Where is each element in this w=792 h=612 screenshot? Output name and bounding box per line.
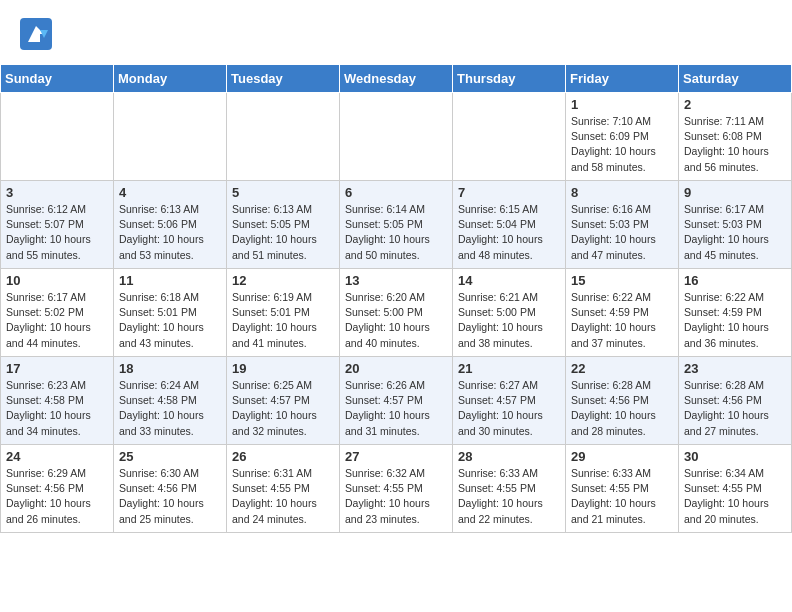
calendar-cell: 10Sunrise: 6:17 AM Sunset: 5:02 PM Dayli…: [1, 269, 114, 357]
day-info: Sunrise: 6:23 AM Sunset: 4:58 PM Dayligh…: [6, 378, 108, 439]
calendar-cell: 22Sunrise: 6:28 AM Sunset: 4:56 PM Dayli…: [566, 357, 679, 445]
day-number: 20: [345, 361, 447, 376]
calendar-week-row: 3Sunrise: 6:12 AM Sunset: 5:07 PM Daylig…: [1, 181, 792, 269]
calendar-cell: 23Sunrise: 6:28 AM Sunset: 4:56 PM Dayli…: [679, 357, 792, 445]
day-number: 5: [232, 185, 334, 200]
calendar-cell: 14Sunrise: 6:21 AM Sunset: 5:00 PM Dayli…: [453, 269, 566, 357]
day-number: 18: [119, 361, 221, 376]
day-number: 17: [6, 361, 108, 376]
day-info: Sunrise: 6:13 AM Sunset: 5:06 PM Dayligh…: [119, 202, 221, 263]
calendar-header-tuesday: Tuesday: [227, 65, 340, 93]
calendar-cell: 9Sunrise: 6:17 AM Sunset: 5:03 PM Daylig…: [679, 181, 792, 269]
calendar-cell: [1, 93, 114, 181]
calendar-cell: 6Sunrise: 6:14 AM Sunset: 5:05 PM Daylig…: [340, 181, 453, 269]
day-info: Sunrise: 6:18 AM Sunset: 5:01 PM Dayligh…: [119, 290, 221, 351]
day-info: Sunrise: 6:29 AM Sunset: 4:56 PM Dayligh…: [6, 466, 108, 527]
day-info: Sunrise: 6:26 AM Sunset: 4:57 PM Dayligh…: [345, 378, 447, 439]
day-number: 15: [571, 273, 673, 288]
day-info: Sunrise: 6:12 AM Sunset: 5:07 PM Dayligh…: [6, 202, 108, 263]
calendar-cell: 17Sunrise: 6:23 AM Sunset: 4:58 PM Dayli…: [1, 357, 114, 445]
calendar-cell: [453, 93, 566, 181]
calendar-header-monday: Monday: [114, 65, 227, 93]
day-number: 12: [232, 273, 334, 288]
calendar-table: SundayMondayTuesdayWednesdayThursdayFrid…: [0, 64, 792, 533]
day-info: Sunrise: 7:10 AM Sunset: 6:09 PM Dayligh…: [571, 114, 673, 175]
day-info: Sunrise: 6:24 AM Sunset: 4:58 PM Dayligh…: [119, 378, 221, 439]
calendar-cell: [340, 93, 453, 181]
calendar-cell: 5Sunrise: 6:13 AM Sunset: 5:05 PM Daylig…: [227, 181, 340, 269]
calendar-cell: 20Sunrise: 6:26 AM Sunset: 4:57 PM Dayli…: [340, 357, 453, 445]
calendar-cell: 19Sunrise: 6:25 AM Sunset: 4:57 PM Dayli…: [227, 357, 340, 445]
calendar-cell: 24Sunrise: 6:29 AM Sunset: 4:56 PM Dayli…: [1, 445, 114, 533]
day-number: 4: [119, 185, 221, 200]
calendar-cell: 28Sunrise: 6:33 AM Sunset: 4:55 PM Dayli…: [453, 445, 566, 533]
calendar-cell: [114, 93, 227, 181]
day-number: 7: [458, 185, 560, 200]
day-info: Sunrise: 6:16 AM Sunset: 5:03 PM Dayligh…: [571, 202, 673, 263]
calendar-cell: 29Sunrise: 6:33 AM Sunset: 4:55 PM Dayli…: [566, 445, 679, 533]
logo-icon: [20, 18, 52, 50]
calendar-cell: 13Sunrise: 6:20 AM Sunset: 5:00 PM Dayli…: [340, 269, 453, 357]
calendar-header-thursday: Thursday: [453, 65, 566, 93]
calendar-week-row: 1Sunrise: 7:10 AM Sunset: 6:09 PM Daylig…: [1, 93, 792, 181]
day-number: 27: [345, 449, 447, 464]
day-number: 8: [571, 185, 673, 200]
day-info: Sunrise: 6:22 AM Sunset: 4:59 PM Dayligh…: [684, 290, 786, 351]
day-number: 19: [232, 361, 334, 376]
logo: [20, 18, 58, 54]
day-info: Sunrise: 6:31 AM Sunset: 4:55 PM Dayligh…: [232, 466, 334, 527]
day-info: Sunrise: 6:17 AM Sunset: 5:03 PM Dayligh…: [684, 202, 786, 263]
calendar-week-row: 17Sunrise: 6:23 AM Sunset: 4:58 PM Dayli…: [1, 357, 792, 445]
calendar-cell: 4Sunrise: 6:13 AM Sunset: 5:06 PM Daylig…: [114, 181, 227, 269]
day-number: 9: [684, 185, 786, 200]
day-info: Sunrise: 6:21 AM Sunset: 5:00 PM Dayligh…: [458, 290, 560, 351]
day-number: 1: [571, 97, 673, 112]
page-header: [0, 0, 792, 64]
calendar-cell: [227, 93, 340, 181]
calendar-header-sunday: Sunday: [1, 65, 114, 93]
day-info: Sunrise: 6:28 AM Sunset: 4:56 PM Dayligh…: [571, 378, 673, 439]
day-info: Sunrise: 6:13 AM Sunset: 5:05 PM Dayligh…: [232, 202, 334, 263]
day-number: 29: [571, 449, 673, 464]
calendar-cell: 11Sunrise: 6:18 AM Sunset: 5:01 PM Dayli…: [114, 269, 227, 357]
calendar-week-row: 24Sunrise: 6:29 AM Sunset: 4:56 PM Dayli…: [1, 445, 792, 533]
day-number: 6: [345, 185, 447, 200]
day-info: Sunrise: 6:27 AM Sunset: 4:57 PM Dayligh…: [458, 378, 560, 439]
day-number: 14: [458, 273, 560, 288]
calendar-cell: 1Sunrise: 7:10 AM Sunset: 6:09 PM Daylig…: [566, 93, 679, 181]
day-info: Sunrise: 6:14 AM Sunset: 5:05 PM Dayligh…: [345, 202, 447, 263]
day-info: Sunrise: 6:25 AM Sunset: 4:57 PM Dayligh…: [232, 378, 334, 439]
calendar-cell: 21Sunrise: 6:27 AM Sunset: 4:57 PM Dayli…: [453, 357, 566, 445]
calendar-week-row: 10Sunrise: 6:17 AM Sunset: 5:02 PM Dayli…: [1, 269, 792, 357]
day-info: Sunrise: 6:33 AM Sunset: 4:55 PM Dayligh…: [458, 466, 560, 527]
calendar-cell: 30Sunrise: 6:34 AM Sunset: 4:55 PM Dayli…: [679, 445, 792, 533]
day-info: Sunrise: 6:30 AM Sunset: 4:56 PM Dayligh…: [119, 466, 221, 527]
calendar-cell: 3Sunrise: 6:12 AM Sunset: 5:07 PM Daylig…: [1, 181, 114, 269]
day-info: Sunrise: 7:11 AM Sunset: 6:08 PM Dayligh…: [684, 114, 786, 175]
day-number: 3: [6, 185, 108, 200]
calendar-cell: 15Sunrise: 6:22 AM Sunset: 4:59 PM Dayli…: [566, 269, 679, 357]
calendar-cell: 12Sunrise: 6:19 AM Sunset: 5:01 PM Dayli…: [227, 269, 340, 357]
day-info: Sunrise: 6:22 AM Sunset: 4:59 PM Dayligh…: [571, 290, 673, 351]
calendar-cell: 16Sunrise: 6:22 AM Sunset: 4:59 PM Dayli…: [679, 269, 792, 357]
day-number: 24: [6, 449, 108, 464]
calendar-cell: 7Sunrise: 6:15 AM Sunset: 5:04 PM Daylig…: [453, 181, 566, 269]
day-info: Sunrise: 6:33 AM Sunset: 4:55 PM Dayligh…: [571, 466, 673, 527]
calendar-header-friday: Friday: [566, 65, 679, 93]
calendar-cell: 25Sunrise: 6:30 AM Sunset: 4:56 PM Dayli…: [114, 445, 227, 533]
day-info: Sunrise: 6:19 AM Sunset: 5:01 PM Dayligh…: [232, 290, 334, 351]
day-number: 25: [119, 449, 221, 464]
day-info: Sunrise: 6:32 AM Sunset: 4:55 PM Dayligh…: [345, 466, 447, 527]
calendar-header-saturday: Saturday: [679, 65, 792, 93]
day-number: 30: [684, 449, 786, 464]
day-number: 16: [684, 273, 786, 288]
calendar-cell: 2Sunrise: 7:11 AM Sunset: 6:08 PM Daylig…: [679, 93, 792, 181]
day-info: Sunrise: 6:20 AM Sunset: 5:00 PM Dayligh…: [345, 290, 447, 351]
day-info: Sunrise: 6:15 AM Sunset: 5:04 PM Dayligh…: [458, 202, 560, 263]
day-number: 13: [345, 273, 447, 288]
calendar-cell: 8Sunrise: 6:16 AM Sunset: 5:03 PM Daylig…: [566, 181, 679, 269]
calendar-cell: 26Sunrise: 6:31 AM Sunset: 4:55 PM Dayli…: [227, 445, 340, 533]
day-number: 21: [458, 361, 560, 376]
day-number: 2: [684, 97, 786, 112]
day-number: 26: [232, 449, 334, 464]
